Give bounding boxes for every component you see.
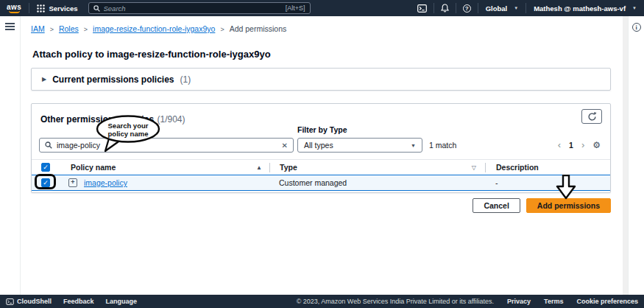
aws-logo-text: aws — [7, 4, 21, 10]
services-label: Services — [49, 4, 77, 13]
right-tools-panel: i — [628, 16, 644, 295]
type-filter-value: All types — [304, 141, 333, 150]
expand-row-icon[interactable]: + — [68, 178, 77, 187]
row-description-cell: - — [485, 178, 610, 187]
policy-search-box: ✕ — [39, 138, 294, 153]
expand-triangle-icon[interactable]: ▶ — [42, 76, 46, 83]
description-header[interactable]: Description — [485, 163, 610, 172]
checkbox-highlight-annotation — [35, 174, 56, 189]
page-number[interactable]: 1 — [569, 141, 573, 150]
services-grid-icon — [37, 4, 45, 13]
type-header[interactable]: Type ▽ — [269, 163, 485, 172]
cookie-preferences-link[interactable]: Cookie preferences — [576, 298, 638, 305]
page-title: Attach policy to image-resize-function-r… — [32, 49, 271, 60]
breadcrumb-separator — [50, 24, 54, 33]
type-header-label: Type — [280, 163, 297, 172]
previous-page-icon[interactable]: ‹ — [558, 141, 561, 149]
row-type-cell: Customer managed — [269, 178, 485, 187]
footer-right: © 2023, Amazon Web Services India Privat… — [297, 298, 638, 305]
search-icon — [93, 5, 100, 12]
terms-link[interactable]: Terms — [544, 298, 563, 305]
chevron-down-icon: ▼ — [632, 6, 637, 10]
search-icon — [45, 141, 52, 149]
nav-right-tools: ? Global ▼ Mathesh @ mathesh-aws-vf ▼ — [411, 0, 644, 16]
breadcrumb-current: Add permissions — [230, 24, 287, 33]
breadcrumb-separator — [220, 24, 224, 33]
aws-smile-icon — [9, 10, 20, 13]
match-count: 1 match — [429, 141, 456, 150]
breadcrumb-roles[interactable]: Roles — [59, 24, 79, 33]
add-permissions-button[interactable]: Add permissions — [526, 198, 611, 213]
help-button[interactable]: ? — [456, 0, 478, 16]
cloudshell-terminal-icon — [417, 4, 427, 13]
global-search-bar[interactable]: [Alt+S] — [88, 2, 311, 14]
cloudshell-terminal-icon — [6, 298, 14, 305]
type-filter-dropdown[interactable]: All types ▼ — [297, 138, 422, 153]
top-navigation-bar: aws Services [Alt+S] — [0, 0, 644, 16]
footer-bar: CloudShell Feedback Language © 2023, Ama… — [0, 295, 644, 308]
language-button[interactable]: Language — [106, 298, 138, 305]
pagination: ‹ 1 › ⚙ — [558, 140, 601, 150]
current-permissions-title: Current permissions policies — [52, 74, 174, 85]
cancel-button[interactable]: Cancel — [473, 198, 520, 213]
aws-console-page: aws Services [Alt+S] — [0, 0, 644, 308]
annotation-tip-text: Search your policy name — [104, 122, 152, 138]
aws-logo[interactable]: aws — [7, 4, 21, 13]
feedback-button[interactable]: Feedback — [63, 298, 94, 305]
breadcrumb-separator — [84, 24, 88, 33]
table-row[interactable]: ✓ + image-policy Customer managed - — [32, 175, 610, 191]
main-content: IAM Roles image-resize-function-role-iyg… — [21, 16, 628, 295]
clear-search-icon[interactable]: ✕ — [282, 141, 288, 150]
left-sidebar-collapsed — [0, 16, 21, 295]
info-icon[interactable]: i — [632, 23, 641, 32]
region-selector[interactable]: Global ▼ — [478, 0, 526, 16]
policy-name-header[interactable]: Policy name ▲ — [60, 163, 269, 172]
cloudshell-footer-button[interactable]: CloudShell — [6, 298, 52, 305]
chevron-down-icon: ▼ — [411, 143, 416, 148]
bell-icon — [441, 4, 449, 13]
table-settings-gear-icon[interactable]: ⚙ — [592, 140, 601, 150]
down-arrow-shape — [554, 175, 578, 200]
policy-name-link[interactable]: image-policy — [84, 178, 127, 187]
breadcrumb-iam[interactable]: IAM — [31, 24, 45, 33]
notifications-button[interactable] — [434, 0, 456, 16]
policy-name-header-label: Policy name — [71, 163, 116, 172]
row-policy-name-cell: + image-policy — [60, 178, 269, 187]
select-all-checkbox[interactable]: ✓ — [41, 163, 50, 172]
sort-descending-outline-icon[interactable]: ▽ — [472, 164, 476, 171]
hamburger-menu-icon[interactable] — [5, 23, 15, 30]
breadcrumb-role-name[interactable]: image-resize-function-role-iygax9yo — [93, 24, 215, 33]
refresh-icon — [587, 112, 597, 122]
down-arrow-annotation — [554, 175, 578, 200]
table-header-row: ✓ Policy name ▲ Type ▽ Description — [32, 159, 610, 175]
account-menu[interactable]: Mathesh @ mathesh-aws-vf ▼ — [526, 0, 644, 16]
services-menu[interactable]: Services — [29, 0, 85, 16]
policy-search-input[interactable] — [57, 141, 277, 150]
description-header-label: Description — [496, 163, 539, 172]
sort-ascending-icon[interactable]: ▲ — [256, 164, 262, 171]
breadcrumb: IAM Roles image-resize-function-role-iyg… — [31, 24, 286, 33]
global-search-input[interactable] — [104, 4, 282, 13]
filter-by-type-label: Filter by Type — [297, 125, 347, 134]
privacy-link[interactable]: Privacy — [507, 298, 531, 305]
chevron-down-icon: ▼ — [514, 6, 518, 10]
footer-left: CloudShell Feedback Language — [6, 298, 137, 305]
vertical-scrollbar[interactable] — [623, 16, 628, 295]
cloudshell-nav-button[interactable] — [411, 0, 434, 16]
speech-bubble-annotation: Search your policy name — [94, 115, 162, 155]
question-icon: ? — [463, 4, 471, 13]
next-page-icon[interactable]: › — [581, 141, 584, 149]
copyright-text: © 2023, Amazon Web Services India Privat… — [297, 298, 494, 305]
current-permissions-count: (1) — [180, 74, 191, 85]
cloudshell-label: CloudShell — [17, 298, 52, 305]
account-label: Mathesh @ mathesh-aws-vf — [534, 4, 626, 13]
region-label: Global — [486, 4, 508, 13]
current-permissions-section[interactable]: ▶ Current permissions policies (1) — [31, 68, 611, 91]
form-actions: Cancel Add permissions — [473, 198, 611, 213]
search-shortcut-hint: [Alt+S] — [286, 4, 305, 12]
refresh-button[interactable] — [581, 109, 602, 124]
select-all-cell: ✓ — [32, 163, 60, 172]
